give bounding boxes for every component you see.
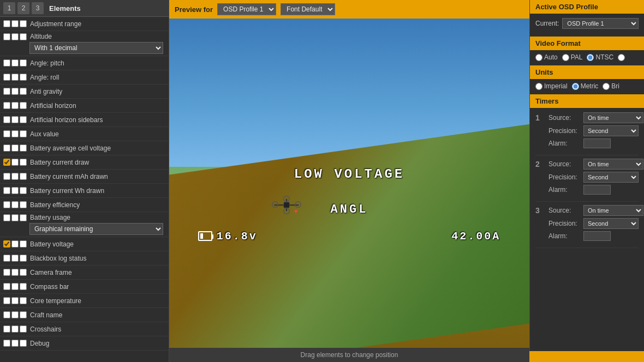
checkbox-1[interactable] xyxy=(3,283,10,290)
checkbox-1[interactable] xyxy=(3,33,10,40)
units-metric-radio[interactable] xyxy=(572,83,579,90)
checkbox-1[interactable] xyxy=(3,88,10,95)
checkbox-1[interactable] xyxy=(3,325,10,333)
checkbox-1[interactable] xyxy=(3,297,10,304)
checkbox-2[interactable] xyxy=(11,269,19,276)
units-imperial-option[interactable]: Imperial xyxy=(535,82,568,90)
checkbox-2[interactable] xyxy=(11,74,19,81)
checkbox-2[interactable] xyxy=(11,102,19,109)
checkbox-1[interactable] xyxy=(3,340,10,347)
video-ntsc-option[interactable]: NTSC xyxy=(587,53,613,61)
checkbox-1[interactable] xyxy=(3,311,10,318)
checkbox-1[interactable] xyxy=(3,20,10,27)
video-ntsc-radio[interactable] xyxy=(587,54,594,61)
checkbox-2[interactable] xyxy=(11,283,19,290)
checkbox-2[interactable] xyxy=(11,201,19,208)
units-metric-option[interactable]: Metric xyxy=(572,82,599,90)
checkbox-2[interactable] xyxy=(11,240,19,248)
video-auto-radio[interactable] xyxy=(535,54,542,61)
checkbox-3[interactable] xyxy=(20,283,27,290)
timer-2-source-select[interactable]: On timeTotal armed timeLast armed time xyxy=(583,159,643,170)
timer-2-precision-select[interactable]: SecondHundredths xyxy=(583,172,639,183)
checkbox-2[interactable] xyxy=(11,116,19,123)
font-select[interactable]: Font Default Font 1 Font 2 xyxy=(281,3,335,15)
checkbox-2[interactable] xyxy=(11,214,19,221)
checkbox-1[interactable] xyxy=(3,255,10,262)
checkbox-3[interactable] xyxy=(20,173,27,180)
video-auto-option[interactable]: Auto xyxy=(535,53,558,61)
tab-1[interactable]: 1 xyxy=(3,2,15,14)
video-pal-radio[interactable] xyxy=(562,54,569,61)
checkbox-2[interactable] xyxy=(11,59,19,67)
tab-2[interactable]: 2 xyxy=(17,2,29,14)
timer-3-alarm-input[interactable] xyxy=(583,231,611,241)
checkbox-1[interactable] xyxy=(3,159,10,166)
checkbox-3[interactable] xyxy=(20,116,27,123)
current-profile-select[interactable]: OSD Profile 1 OSD Profile 2 OSD Profile … xyxy=(562,18,639,29)
checkbox-2[interactable] xyxy=(11,187,19,194)
video-extra-radio[interactable] xyxy=(618,54,625,61)
checkbox-1[interactable] xyxy=(3,173,10,180)
timer-1-source-select[interactable]: On timeTotal armed timeLast armed time xyxy=(583,112,643,123)
checkbox-1[interactable] xyxy=(3,59,10,67)
checkbox-1[interactable] xyxy=(3,240,10,248)
checkbox-2[interactable] xyxy=(11,33,19,40)
profile-select[interactable]: OSD Profile 1 OSD Profile 2 OSD Profile … xyxy=(217,3,276,15)
checkbox-2[interactable] xyxy=(11,88,19,95)
video-pal-option[interactable]: PAL xyxy=(562,53,583,61)
checkbox-3[interactable] xyxy=(20,255,27,262)
checkbox-3[interactable] xyxy=(20,187,27,194)
checkbox-3[interactable] xyxy=(20,20,27,27)
checkbox-3[interactable] xyxy=(20,311,27,318)
tab-3[interactable]: 3 xyxy=(32,2,44,14)
checkbox-3[interactable] xyxy=(20,214,27,221)
checkbox-1[interactable] xyxy=(3,269,10,276)
checkbox-2[interactable] xyxy=(11,325,19,333)
checkbox-3[interactable] xyxy=(20,340,27,347)
checkbox-3[interactable] xyxy=(20,201,27,208)
checkbox-3[interactable] xyxy=(20,325,27,333)
checkbox-3[interactable] xyxy=(20,269,27,276)
checkbox-3[interactable] xyxy=(20,144,27,152)
units-british-option[interactable]: Bri xyxy=(603,82,619,90)
checkbox-3[interactable] xyxy=(20,297,27,304)
checkbox-3[interactable] xyxy=(20,74,27,81)
checkbox-2[interactable] xyxy=(11,144,19,152)
timer-3-source-select[interactable]: On timeTotal armed timeLast armed time xyxy=(583,205,643,216)
checkbox-2[interactable] xyxy=(11,159,19,166)
timer-2-alarm-input[interactable] xyxy=(583,185,611,195)
checkbox-1[interactable] xyxy=(3,74,10,81)
checkbox-2[interactable] xyxy=(11,297,19,304)
checkbox-3[interactable] xyxy=(20,59,27,67)
checkbox-3[interactable] xyxy=(20,240,27,248)
checkbox-2[interactable] xyxy=(11,130,19,137)
checkbox-1[interactable] xyxy=(3,214,10,221)
checkbox-3[interactable] xyxy=(20,102,27,109)
checkbox-2[interactable] xyxy=(11,311,19,318)
checkbox-3[interactable] xyxy=(20,33,27,40)
units-imperial-radio[interactable] xyxy=(535,83,542,90)
timer-3-precision-select[interactable]: SecondHundredths xyxy=(583,218,639,229)
checkbox-2[interactable] xyxy=(11,340,19,347)
checkbox-1[interactable] xyxy=(3,130,10,137)
checkbox-1[interactable] xyxy=(3,116,10,123)
element-name: Artificial horizon sidebars xyxy=(30,116,165,124)
video-extra-option[interactable] xyxy=(618,54,625,61)
checkbox-2[interactable] xyxy=(11,20,19,27)
element-dropdown[interactable]: No decimalWith 1 decimalWith 2 decimal xyxy=(29,42,163,54)
checkbox-3[interactable] xyxy=(20,159,27,166)
units-british-radio[interactable] xyxy=(603,83,610,90)
checkbox-1[interactable] xyxy=(3,187,10,194)
checkbox-2[interactable] xyxy=(11,255,19,262)
checkbox-1[interactable] xyxy=(3,201,10,208)
preview-bar: Preview for OSD Profile 1 OSD Profile 2 … xyxy=(169,0,529,19)
timer-1-precision-select[interactable]: SecondHundredths xyxy=(583,125,639,136)
checkbox-3[interactable] xyxy=(20,88,27,95)
checkbox-2[interactable] xyxy=(11,173,19,180)
units-metric-label: Metric xyxy=(581,82,599,90)
checkbox-1[interactable] xyxy=(3,102,10,109)
element-dropdown[interactable]: Graphical remainingNumeric remainingNume… xyxy=(29,223,163,235)
checkbox-3[interactable] xyxy=(20,130,27,137)
checkbox-1[interactable] xyxy=(3,144,10,152)
timer-1-alarm-input[interactable] xyxy=(583,138,611,148)
